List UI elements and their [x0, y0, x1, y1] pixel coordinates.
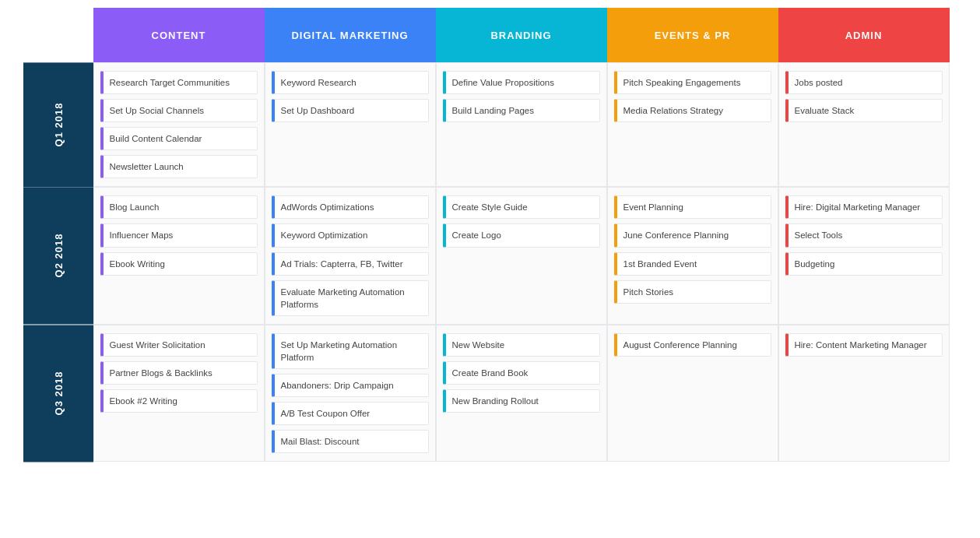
q3-digital-cell: Set Up Marketing Automation PlatformAban…: [265, 325, 436, 462]
task-item[interactable]: Ad Trials: Capterra, FB, Twitter: [272, 252, 429, 276]
task-item[interactable]: Mail Blast: Discount: [272, 430, 429, 453]
q1-branding-cell: Define Value PropositionsBuild Landing P…: [436, 62, 607, 187]
task-item[interactable]: Build Landing Pages: [443, 99, 600, 122]
task-item[interactable]: Guest Writer Solicitation: [100, 333, 258, 357]
task-item[interactable]: Set Up Social Channels: [100, 99, 258, 122]
header-events: EVENTS & PR: [607, 8, 778, 62]
q2-admin-cell: Hire: Digital Marketing ManagerSelect To…: [778, 187, 950, 324]
header-empty: [23, 8, 93, 62]
task-item[interactable]: Evaluate Marketing Automation Platforms: [272, 280, 429, 316]
task-item[interactable]: Set Up Marketing Automation Platform: [272, 333, 429, 369]
task-item[interactable]: Partner Blogs & Backlinks: [100, 361, 258, 385]
task-item[interactable]: Ebook Writing: [100, 252, 258, 276]
task-item[interactable]: Keyword Research: [272, 71, 429, 94]
quarter-q3: Q3 2018: [23, 325, 93, 462]
task-item[interactable]: Select Tools: [785, 223, 943, 247]
task-item[interactable]: Event Planning: [614, 195, 771, 219]
task-item[interactable]: Blog Launch: [100, 195, 258, 219]
task-item[interactable]: Jobs posted: [785, 71, 943, 94]
task-item[interactable]: 1st Branded Event: [614, 252, 771, 276]
task-item[interactable]: Pitch Speaking Engagements: [614, 71, 771, 94]
task-item[interactable]: Define Value Propositions: [443, 71, 600, 94]
q3-events-cell: August Conference Planning: [607, 325, 778, 462]
task-item[interactable]: Create Logo: [443, 223, 600, 247]
task-item[interactable]: AdWords Optimizations: [272, 195, 429, 219]
task-item[interactable]: June Conference Planning: [614, 223, 771, 247]
task-item[interactable]: Influencer Maps: [100, 223, 258, 247]
q1-events-cell: Pitch Speaking EngagementsMedia Relation…: [607, 62, 778, 187]
quarter-q1: Q1 2018: [23, 62, 93, 187]
task-item[interactable]: New Branding Rollout: [443, 389, 600, 413]
task-item[interactable]: Evaluate Stack: [785, 99, 943, 122]
header-digital: DIGITAL MARKETING: [265, 8, 436, 62]
q2-events-cell: Event PlanningJune Conference Planning1s…: [607, 187, 778, 324]
task-item[interactable]: Research Target Communities: [100, 71, 258, 94]
task-item[interactable]: New Website: [443, 333, 600, 357]
task-item[interactable]: Ebook #2 Writing: [100, 389, 258, 413]
task-item[interactable]: Create Brand Book: [443, 361, 600, 385]
task-item[interactable]: Budgeting: [785, 252, 943, 276]
q1-content-cell: Research Target CommunitiesSet Up Social…: [93, 62, 265, 187]
q3-content-cell: Guest Writer SolicitationPartner Blogs &…: [93, 325, 265, 462]
q3-admin-cell: Hire: Content Marketing Manager: [778, 325, 950, 462]
task-item[interactable]: Pitch Stories: [614, 280, 771, 304]
task-item[interactable]: Hire: Content Marketing Manager: [785, 333, 943, 357]
task-item[interactable]: Abandoners: Drip Campaign: [272, 374, 429, 397]
task-item[interactable]: Newsletter Launch: [100, 155, 258, 178]
task-item[interactable]: Create Style Guide: [443, 195, 600, 219]
task-item[interactable]: Keyword Optimization: [272, 223, 429, 247]
task-item[interactable]: A/B Test Coupon Offer: [272, 402, 429, 425]
task-item[interactable]: Hire: Digital Marketing Manager: [785, 195, 943, 219]
q1-digital-cell: Keyword ResearchSet Up Dashboard: [265, 62, 436, 187]
header-content: CONTENT: [93, 8, 265, 62]
task-item[interactable]: August Conference Planning: [614, 333, 771, 357]
q1-admin-cell: Jobs postedEvaluate Stack: [778, 62, 950, 187]
q2-content-cell: Blog LaunchInfluencer MapsEbook Writing: [93, 187, 265, 324]
q2-digital-cell: AdWords OptimizationsKeyword Optimizatio…: [265, 187, 436, 324]
header-branding: BRANDING: [436, 8, 607, 62]
q2-branding-cell: Create Style GuideCreate Logo: [436, 187, 607, 324]
quarter-q2: Q2 2018: [23, 187, 93, 324]
task-item[interactable]: Set Up Dashboard: [272, 99, 429, 122]
task-item[interactable]: Media Relations Strategy: [614, 99, 771, 122]
task-item[interactable]: Build Content Calendar: [100, 127, 258, 150]
header-admin: ADMIN: [778, 8, 950, 62]
q3-branding-cell: New WebsiteCreate Brand BookNew Branding…: [436, 325, 607, 462]
